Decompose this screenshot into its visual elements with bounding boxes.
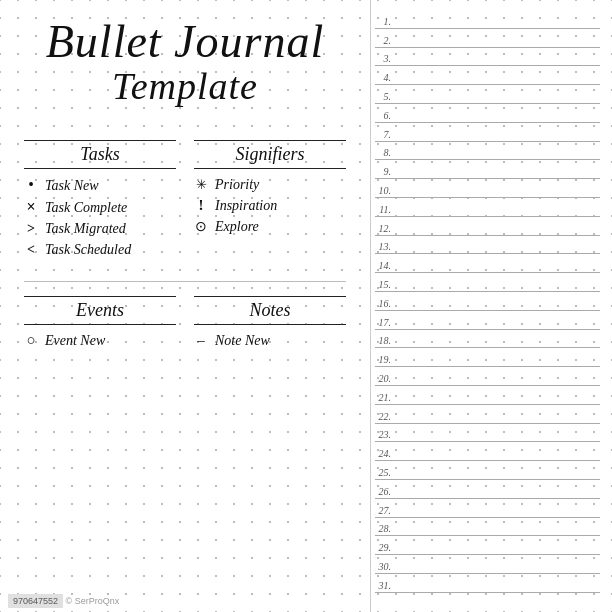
line-number: 24. xyxy=(375,449,395,459)
numbered-line: 26. xyxy=(375,480,600,499)
numbered-line: 3. xyxy=(375,48,600,67)
eye-icon xyxy=(194,219,208,234)
signifier-explore-item: Explore xyxy=(194,219,346,235)
signifiers-heading: Signifiers xyxy=(194,140,346,169)
numbered-line: 30. xyxy=(375,555,600,574)
x-icon xyxy=(24,199,38,215)
notes-heading: Notes xyxy=(194,296,346,325)
line-number: 27. xyxy=(375,506,395,516)
numbered-line: 15. xyxy=(375,273,600,292)
numbered-line: 17. xyxy=(375,311,600,330)
page: Bullet Journal Template Tasks Task New T… xyxy=(0,0,612,612)
line-number: 7. xyxy=(375,130,395,140)
line-number: 22. xyxy=(375,412,395,422)
numbered-line: 16. xyxy=(375,292,600,311)
dash-icon xyxy=(194,333,208,348)
numbered-line: 31. xyxy=(375,574,600,593)
numbered-line: 10. xyxy=(375,179,600,198)
numbered-line: 5. xyxy=(375,85,600,104)
line-number: 19. xyxy=(375,355,395,365)
right-panel: 1.2.3.4.5.6.7.8.9.10.11.12.13.14.15.16.1… xyxy=(370,0,612,612)
signifier-inspiration-label: Inspiration xyxy=(215,198,277,214)
task-complete-label: Task Complete xyxy=(45,200,127,216)
line-number: 18. xyxy=(375,336,395,346)
numbered-line: 12. xyxy=(375,217,600,236)
watermark-site: © SerProQnx xyxy=(66,596,120,606)
numbered-line: 19. xyxy=(375,348,600,367)
dot-icon xyxy=(24,177,38,193)
line-number: 16. xyxy=(375,299,395,309)
line-number: 8. xyxy=(375,148,395,158)
line-number: 21. xyxy=(375,393,395,403)
numbered-line: 23. xyxy=(375,424,600,443)
line-number: 5. xyxy=(375,92,395,102)
numbered-line: 18. xyxy=(375,330,600,349)
tasks-signifiers-row: Tasks Task New Task Complete Task Migrat… xyxy=(24,140,346,263)
line-number: 6. xyxy=(375,111,395,121)
line-number: 14. xyxy=(375,261,395,271)
line-number: 1. xyxy=(375,17,395,27)
task-new-label: Task New xyxy=(45,178,99,194)
note-new-item: Note New xyxy=(194,333,346,349)
numbered-lines: 1.2.3.4.5.6.7.8.9.10.11.12.13.14.15.16.1… xyxy=(375,10,600,593)
watermark: 970647552 © SerProQnx xyxy=(8,596,119,606)
numbered-line: 13. xyxy=(375,236,600,255)
line-number: 15. xyxy=(375,280,395,290)
note-new-label: Note New xyxy=(215,333,270,349)
numbered-line: 27. xyxy=(375,499,600,518)
signifiers-section: Signifiers Priority Inspiration Explore xyxy=(194,140,346,263)
numbered-line: 20. xyxy=(375,367,600,386)
numbered-line: 6. xyxy=(375,104,600,123)
gt-icon xyxy=(24,221,38,236)
line-number: 10. xyxy=(375,186,395,196)
signifier-priority-label: Priority xyxy=(215,177,259,193)
numbered-line: 2. xyxy=(375,29,600,48)
line-number: 31. xyxy=(375,581,395,591)
line-number: 23. xyxy=(375,430,395,440)
signifier-priority-item: Priority xyxy=(194,177,346,193)
tasks-section: Tasks Task New Task Complete Task Migrat… xyxy=(24,140,176,263)
numbered-line: 4. xyxy=(375,66,600,85)
exclamation-icon xyxy=(194,198,208,213)
title-line2: Template xyxy=(24,66,346,108)
events-notes-row: Events Event New Notes Note New xyxy=(24,296,346,354)
title-area: Bullet Journal Template xyxy=(24,18,346,112)
numbered-line: 7. xyxy=(375,123,600,142)
line-number: 17. xyxy=(375,318,395,328)
numbered-line: 24. xyxy=(375,442,600,461)
event-new-item: Event New xyxy=(24,333,176,349)
signifier-inspiration-item: Inspiration xyxy=(194,198,346,214)
title-line1: Bullet Journal xyxy=(24,18,346,66)
line-number: 29. xyxy=(375,543,395,553)
star-icon xyxy=(194,177,208,192)
task-scheduled-label: Task Scheduled xyxy=(45,242,131,258)
line-number: 4. xyxy=(375,73,395,83)
numbered-line: 28. xyxy=(375,518,600,537)
circle-icon xyxy=(24,333,38,348)
line-number: 26. xyxy=(375,487,395,497)
task-complete-item: Task Complete xyxy=(24,199,176,216)
numbered-line: 25. xyxy=(375,461,600,480)
line-number: 28. xyxy=(375,524,395,534)
numbered-line: 14. xyxy=(375,254,600,273)
line-number: 25. xyxy=(375,468,395,478)
line-number: 3. xyxy=(375,54,395,64)
numbered-line: 11. xyxy=(375,198,600,217)
numbered-line: 29. xyxy=(375,536,600,555)
tasks-heading: Tasks xyxy=(24,140,176,169)
line-number: 9. xyxy=(375,167,395,177)
signifier-explore-label: Explore xyxy=(215,219,259,235)
numbered-line: 8. xyxy=(375,142,600,161)
numbered-line: 1. xyxy=(375,10,600,29)
line-number: 13. xyxy=(375,242,395,252)
numbered-line: 22. xyxy=(375,405,600,424)
event-new-label: Event New xyxy=(45,333,105,349)
line-number: 2. xyxy=(375,36,395,46)
task-migrated-label: Task Migrated xyxy=(45,221,126,237)
numbered-line: 9. xyxy=(375,160,600,179)
section-divider xyxy=(24,281,346,282)
task-scheduled-item: Task Scheduled xyxy=(24,242,176,258)
events-section: Events Event New xyxy=(24,296,176,354)
left-panel: Bullet Journal Template Tasks Task New T… xyxy=(0,0,370,612)
watermark-label: 970647552 xyxy=(8,594,63,608)
